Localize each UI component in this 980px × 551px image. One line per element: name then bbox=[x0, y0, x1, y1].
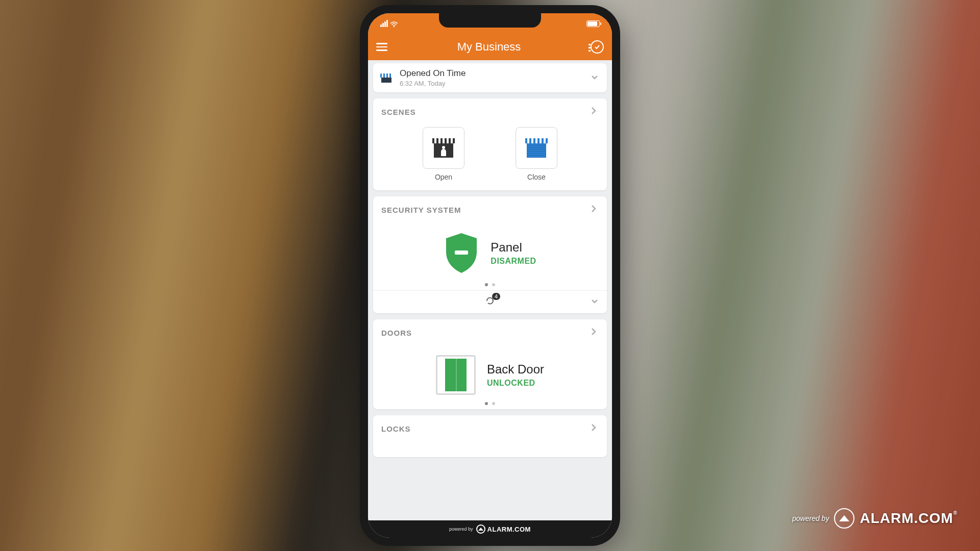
panel-state: DISARMED bbox=[491, 257, 536, 266]
door-icon bbox=[436, 355, 476, 395]
pagination-dots bbox=[373, 398, 607, 409]
doors-card: DOORS Back Door UNLOCKED bbox=[373, 319, 607, 409]
phone-screen: 1:43 PM My Business Opened On Time 6:32 … bbox=[368, 13, 612, 538]
menu-icon[interactable] bbox=[376, 43, 387, 51]
security-header[interactable]: SECURITY SYSTEM bbox=[373, 196, 607, 223]
scene-open-label: Open bbox=[423, 173, 464, 181]
footer-brand: ALARM.COM bbox=[487, 525, 531, 533]
locks-header[interactable]: LOCKS bbox=[373, 415, 607, 442]
content-scroll[interactable]: Opened On Time 6:32 AM, Today SCENES bbox=[368, 60, 612, 520]
doors-label: DOORS bbox=[381, 329, 412, 337]
alarm-logo-icon bbox=[834, 508, 854, 529]
corner-brand: ALARM.COM bbox=[860, 510, 953, 526]
locks-label: LOCKS bbox=[381, 424, 411, 433]
app-header: My Business bbox=[368, 34, 612, 60]
alarm-logo: ALARM.COM bbox=[476, 524, 531, 534]
chevron-right-icon bbox=[589, 327, 599, 339]
app-footer: powered by ALARM.COM bbox=[368, 520, 612, 538]
store-icon bbox=[380, 73, 393, 83]
pagination-dots bbox=[373, 279, 607, 290]
chevron-right-icon bbox=[589, 422, 599, 435]
page-title: My Business bbox=[457, 40, 521, 54]
shield-icon bbox=[444, 232, 479, 274]
corner-powered-by: powered by bbox=[792, 514, 829, 522]
scene-close-label: Close bbox=[516, 173, 557, 181]
phone-frame: 1:43 PM My Business Opened On Time 6:32 … bbox=[360, 5, 620, 546]
smart-actions-icon[interactable] bbox=[591, 40, 604, 54]
phone-notch bbox=[439, 13, 541, 28]
panel-name: Panel bbox=[491, 240, 536, 255]
locks-card: LOCKS bbox=[373, 415, 607, 457]
door-state: UNLOCKED bbox=[487, 379, 544, 388]
refresh-icon: 4 bbox=[485, 296, 495, 308]
store-close-icon bbox=[525, 138, 548, 158]
corner-branding: powered by ALARM.COM® bbox=[792, 508, 958, 529]
door-name: Back Door bbox=[487, 362, 544, 377]
scenes-label: SCENES bbox=[381, 108, 416, 116]
scene-close[interactable]: Close bbox=[516, 127, 557, 181]
scenes-card: SCENES Open bbox=[373, 98, 607, 190]
business-status-card[interactable]: Opened On Time 6:32 AM, Today bbox=[373, 63, 607, 92]
notification-badge: 4 bbox=[492, 293, 500, 300]
status-subtitle: 6:32 AM, Today bbox=[400, 80, 582, 87]
door-item[interactable]: Back Door UNLOCKED bbox=[373, 346, 607, 398]
chevron-down-icon[interactable] bbox=[590, 72, 600, 84]
security-panel[interactable]: Panel DISARMED bbox=[373, 223, 607, 279]
chevron-down-icon bbox=[590, 296, 600, 308]
chevron-right-icon bbox=[589, 106, 599, 118]
status-title: Opened On Time bbox=[400, 68, 582, 79]
cell-signal-icon bbox=[380, 20, 388, 27]
doors-header[interactable]: DOORS bbox=[373, 319, 607, 346]
alarm-logo-icon bbox=[476, 524, 485, 534]
svg-point-0 bbox=[394, 27, 395, 28]
store-open-icon bbox=[432, 138, 455, 158]
svg-rect-1 bbox=[455, 251, 468, 255]
scene-open[interactable]: Open bbox=[423, 127, 464, 181]
security-expand-row[interactable]: 4 bbox=[373, 290, 607, 313]
scenes-header[interactable]: SCENES bbox=[373, 98, 607, 125]
wifi-icon bbox=[390, 20, 398, 27]
security-label: SECURITY SYSTEM bbox=[381, 206, 461, 214]
security-card: SECURITY SYSTEM Panel DISARMED bbox=[373, 196, 607, 313]
footer-powered-by: powered by bbox=[449, 527, 473, 532]
battery-icon bbox=[586, 20, 600, 27]
chevron-right-icon bbox=[589, 204, 599, 216]
